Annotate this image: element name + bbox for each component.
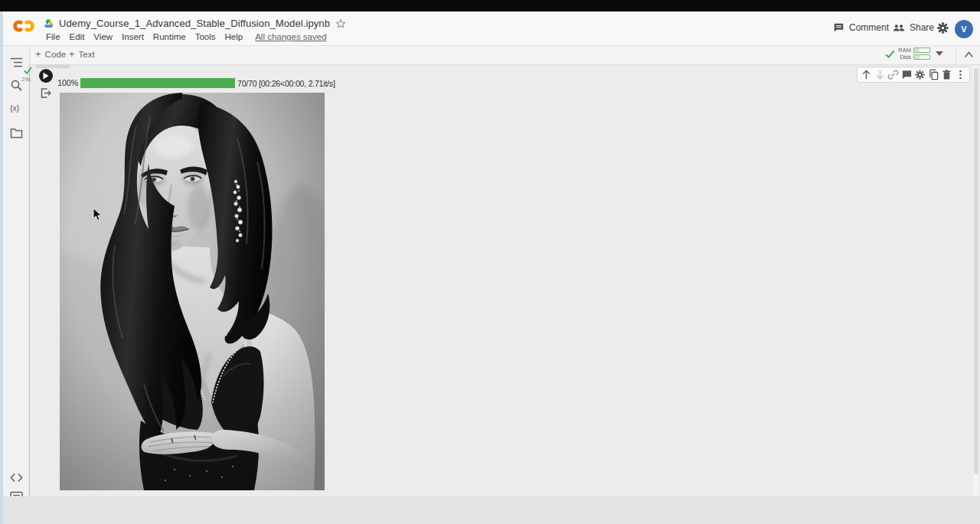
menu-help[interactable]: Help: [225, 32, 243, 41]
collapse-header-icon[interactable]: [964, 51, 974, 58]
colab-logo-icon[interactable]: [11, 18, 37, 34]
header: Udemy_Course_1_Advanced_Stable_Diffusion…: [3, 11, 980, 46]
progress-percent: 100%: [57, 78, 78, 87]
share-button[interactable]: Share: [893, 22, 934, 33]
disk-label: Disk: [898, 54, 911, 61]
run-cell-button[interactable]: [39, 69, 53, 83]
add-code-button[interactable]: + Code: [35, 50, 66, 59]
code-snippets-icon[interactable]: [10, 473, 23, 486]
save-status[interactable]: All changes saved: [255, 32, 326, 41]
avatar[interactable]: V: [955, 20, 973, 38]
mouse-cursor: [93, 208, 102, 221]
menu-view[interactable]: View: [93, 32, 113, 41]
connected-check-icon: [884, 48, 896, 60]
resources-dropdown-icon[interactable]: [936, 51, 943, 56]
left-sidebar: [3, 46, 30, 524]
cell-exec-time: 29s: [21, 76, 31, 83]
plus-icon: +: [69, 51, 75, 58]
vertical-scrollbar[interactable]: [973, 66, 979, 496]
variables-icon[interactable]: {x}: [10, 103, 23, 116]
avatar-initial: V: [961, 25, 966, 34]
play-icon: [43, 72, 49, 80]
top-black-bar: [0, 0, 980, 11]
menu-bar: File Edit View Insert Runtime Tools Help…: [46, 32, 327, 41]
notebook-title[interactable]: Udemy_Course_1_Advanced_Stable_Diffusion…: [59, 18, 330, 29]
comment-label: Comment: [849, 22, 889, 33]
ram-label: RAM: [898, 47, 911, 54]
ram-meter: [913, 47, 930, 53]
menu-insert[interactable]: Insert: [122, 32, 144, 41]
colab-window: Udemy_Course_1_Advanced_Stable_Diffusion…: [0, 0, 980, 524]
progress-status: 70/70 [00:26<00:00, 2.71it/s]: [237, 79, 335, 88]
cell-output-icon[interactable]: [40, 87, 52, 99]
menu-file[interactable]: File: [46, 32, 60, 41]
more-options-icon[interactable]: [955, 69, 966, 80]
below-notebook-strip: [3, 496, 980, 524]
add-code-label: Code: [45, 50, 67, 59]
delete-cell-icon[interactable]: [941, 69, 952, 80]
add-text-label: Text: [79, 50, 95, 59]
resources-indicator[interactable]: RAM Disk: [884, 47, 943, 61]
table-of-contents-icon[interactable]: [10, 56, 23, 69]
cell-toolbar: [857, 67, 970, 83]
comment-button[interactable]: Comment: [833, 22, 889, 33]
share-label: Share: [910, 22, 934, 33]
cell-success-check-icon: [23, 66, 33, 75]
output-image: [60, 93, 325, 490]
plus-icon: +: [35, 51, 41, 58]
notebook-toolbar: + Code + Text RAM Disk: [3, 46, 980, 65]
menu-runtime[interactable]: Runtime: [153, 32, 186, 41]
comment-cell-icon[interactable]: [901, 69, 913, 80]
scrollbar-thumb[interactable]: [974, 68, 978, 474]
disk-meter: [913, 54, 930, 60]
copy-cell-icon[interactable]: [928, 69, 939, 80]
generated-portrait: [60, 93, 325, 490]
link-icon[interactable]: [887, 69, 899, 80]
move-cell-up-icon[interactable]: [861, 69, 872, 80]
progress-bar-fill: [80, 78, 235, 88]
drive-icon: [44, 19, 54, 28]
cell-settings-icon[interactable]: [914, 69, 926, 80]
progress-bar: [80, 78, 235, 88]
toolbar-divider: [956, 48, 956, 63]
files-icon[interactable]: [10, 127, 23, 140]
settings-gear-icon[interactable]: [936, 21, 949, 34]
star-icon[interactable]: [335, 18, 346, 29]
menu-edit[interactable]: Edit: [70, 32, 85, 41]
share-icon: [893, 22, 905, 33]
comment-icon: [833, 22, 844, 33]
cell-top-tab: [36, 64, 70, 68]
move-cell-down-icon[interactable]: [874, 69, 886, 80]
add-text-button[interactable]: + Text: [69, 50, 95, 59]
menu-tools[interactable]: Tools: [195, 32, 216, 41]
